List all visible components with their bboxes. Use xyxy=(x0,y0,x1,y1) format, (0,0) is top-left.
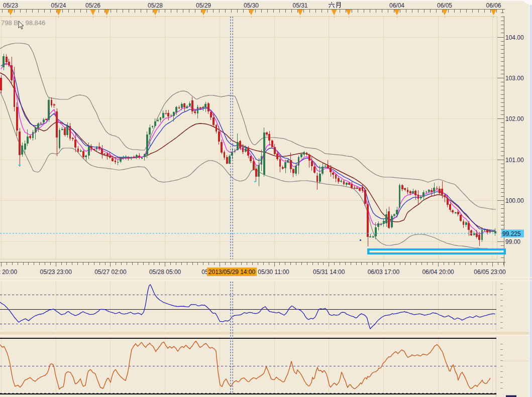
svg-text:06/05: 06/05 xyxy=(437,2,452,9)
svg-text:05/26: 05/26 xyxy=(85,2,100,9)
svg-text:05/23: 05/23 xyxy=(3,2,18,9)
svg-text:06/06: 06/06 xyxy=(486,2,501,9)
svg-text:103.00: 103.00 xyxy=(505,75,524,82)
svg-text:99.225: 99.225 xyxy=(502,230,521,237)
svg-text:05/31 14:00: 05/31 14:00 xyxy=(313,269,345,276)
svg-text:104.00: 104.00 xyxy=(505,34,524,41)
svg-text:06/03 17:00: 06/03 17:00 xyxy=(368,269,400,276)
svg-text:05/28 05:00: 05/28 05:00 xyxy=(149,269,181,276)
svg-text:06/04: 06/04 xyxy=(389,2,404,9)
svg-text:102.00: 102.00 xyxy=(505,115,524,122)
svg-text:05/30: 05/30 xyxy=(244,2,259,9)
svg-text:05/24: 05/24 xyxy=(51,2,66,9)
svg-text:101.00: 101.00 xyxy=(505,157,524,164)
svg-text:100.00: 100.00 xyxy=(505,197,524,204)
svg-text:05/23 23:00: 05/23 23:00 xyxy=(40,269,72,276)
svg-text:05/30 11:00: 05/30 11:00 xyxy=(258,269,289,276)
svg-text:05/31: 05/31 xyxy=(292,2,307,9)
svg-text:05/29: 05/29 xyxy=(196,2,211,9)
svg-text:05/22 20:00: 05/22 20:00 xyxy=(0,269,18,276)
svg-text:06/04 20:00: 06/04 20:00 xyxy=(422,269,454,276)
svg-text:05/27 02:00: 05/27 02:00 xyxy=(94,269,127,276)
svg-text:05/28: 05/28 xyxy=(148,2,163,9)
svg-text:2013/05/29 14:00: 2013/05/29 14:00 xyxy=(208,269,256,276)
svg-text:06/05 23:00: 06/05 23:00 xyxy=(474,269,506,276)
svg-text:99.00: 99.00 xyxy=(505,238,520,245)
